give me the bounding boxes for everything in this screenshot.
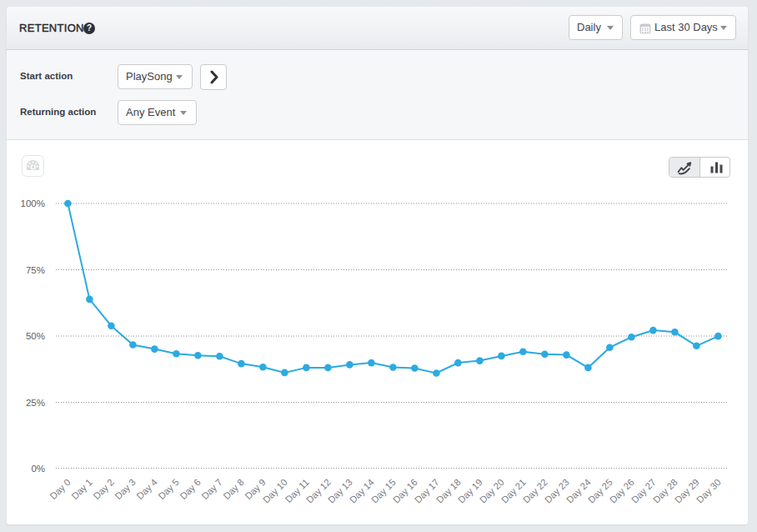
svg-text:Day 8: Day 8 xyxy=(221,477,245,501)
svg-text:25%: 25% xyxy=(26,398,45,408)
svg-text:Day 0: Day 0 xyxy=(48,477,72,501)
svg-text:Day 7: Day 7 xyxy=(199,477,223,501)
svg-text:Day 4: Day 4 xyxy=(134,477,158,501)
svg-text:Day 1: Day 1 xyxy=(69,477,93,501)
svg-text:Day 3: Day 3 xyxy=(113,477,137,501)
svg-text:Day 30: Day 30 xyxy=(694,477,723,505)
svg-text:Day 2: Day 2 xyxy=(91,477,115,501)
svg-text:50%: 50% xyxy=(26,331,45,341)
svg-text:Day 6: Day 6 xyxy=(178,477,202,501)
svg-text:75%: 75% xyxy=(26,265,45,275)
svg-text:0%: 0% xyxy=(31,464,45,474)
svg-text:100%: 100% xyxy=(21,198,45,208)
svg-text:Day 10: Day 10 xyxy=(261,477,289,505)
svg-text:Day 5: Day 5 xyxy=(156,477,180,501)
